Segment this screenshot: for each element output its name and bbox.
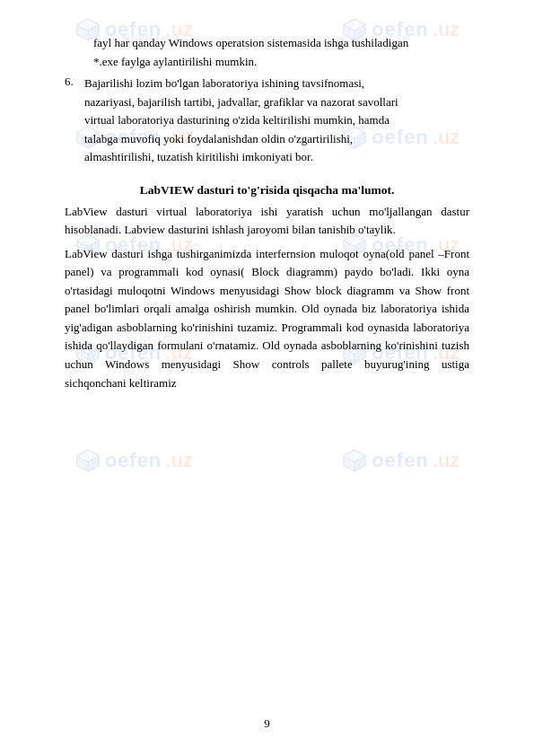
paragraph-1: LabView dasturi virtual laboratoriya ish… [65, 203, 469, 240]
intro-line-2: *.exe faylga aylantirilishi mumkin. [65, 53, 469, 72]
intro-text: fayl har qanday Windows operatsion siste… [65, 34, 469, 71]
intro-line-1: fayl har qanday Windows operatsion siste… [65, 34, 469, 53]
paragraph-2: LabView dasturi ishga tushirganimizda in… [65, 245, 469, 392]
list-item-6-line-1: Bajarilishi lozim bo'lgan laboratoriya i… [84, 75, 469, 93]
page-content: fayl har qanday Windows operatsion siste… [0, 0, 534, 756]
list-item-6-line-2: nazariyasi, bajarilish tartibi, jadvalla… [84, 93, 469, 112]
page: oefen.uz oefen.uz [0, 0, 534, 756]
section-heading: LabVIEW dasturi to'g'risida qisqacha ma'… [65, 183, 469, 198]
list-item-6: 6. Bajarilishi lozim bo'lgan laboratoriy… [65, 75, 469, 167]
list-item-6-line-3: virtual laboratoriya dasturining o'zida … [84, 111, 469, 130]
list-item-6-line-4: talabga muvofiq yoki foydalanishdan oldi… [84, 130, 469, 149]
list-number-6: 6. [65, 75, 84, 167]
list-item-6-line-5: almashtirilishi, tuzatish kiritilishi im… [84, 148, 469, 167]
list-item-6-content: Bajarilishi lozim bo'lgan laboratoriya i… [84, 75, 469, 167]
page-number: 9 [264, 716, 270, 731]
